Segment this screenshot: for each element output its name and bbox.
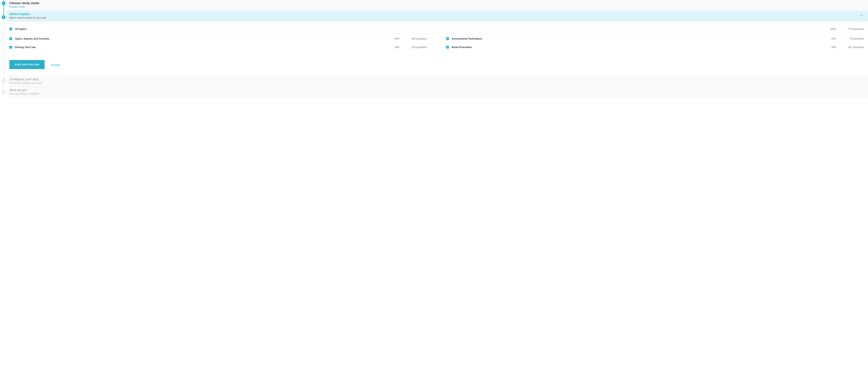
step-header[interactable]: Select topics Add or remove topics for y… [7,11,868,22]
check-icon [10,38,12,39]
check-icon [3,2,5,4]
chevron-right-icon [860,14,863,17]
topic-row: Instructional Techniques 10% 79 Question… [446,36,866,41]
go-back-link[interactable]: Go back [51,63,60,66]
save-and-follow-button[interactable]: SAVE AND FOLLOW [9,60,44,69]
step-marker-3: 3 [2,79,5,83]
step-title: Choose study mode [9,1,860,5]
step-marker-1 [2,1,5,5]
checkbox-all-topics[interactable] [9,28,12,30]
all-topics-row: All topics 100% 779 Questions [9,26,866,34]
quiz-wizard: Choose study mode Practice mode 2 Select… [0,0,868,98]
topic-percent: 16% [385,46,399,49]
topic-name: Road Procedure [452,45,820,49]
step-configure-quiz[interactable]: Configure your quiz It's time to configu… [7,76,868,87]
step-header[interactable]: Here we go! Your quiz setup is complete [7,87,868,97]
topic-percent: 34% [385,37,399,40]
checkbox-topic[interactable] [9,37,12,40]
topic-percent: 10% [822,37,836,40]
topic-percent: 100% [822,28,836,30]
topic-name: All topics [15,27,820,30]
topic-row: Driving Test Law 16% 128 Questions [9,44,429,50]
checkbox-topic[interactable] [446,37,449,40]
topic-count: 779 Questions [838,28,866,30]
chevron-down-icon [860,3,863,6]
checkbox-topic[interactable] [9,46,12,49]
topic-count: 79 Questions [838,37,866,40]
step-number: 4 [3,90,4,93]
step-title: Configure your quiz [9,77,863,81]
actions-row: SAVE AND FOLLOW Go back [9,60,866,69]
topic-count: 265 Questions [401,37,429,40]
step-marker-2: 2 [2,15,5,19]
step-number: 3 [3,80,4,82]
topic-percent: 39% [822,46,836,49]
step-title: Here we go! [9,88,863,92]
step-here-we-go[interactable]: Here we go! Your quiz setup is complete [7,87,868,98]
topic-name: Driving Test Law [15,45,384,49]
step-number: 2 [3,16,4,19]
topic-name: Instructional Techniques [452,37,820,40]
step-subtitle: Practice mode [9,5,860,8]
step-title: Select topics [9,12,860,16]
topic-row: Road Procedure 39% 307 Questions [446,44,866,50]
check-icon [447,46,448,48]
step-header[interactable]: Choose study mode Practice mode [7,0,868,10]
step-choose-mode[interactable]: Choose study mode Practice mode [7,0,868,11]
check-icon [10,28,12,30]
step-marker-4: 4 [2,90,5,94]
step-header[interactable]: Configure your quiz It's time to configu… [7,76,868,87]
checkbox-topic[interactable] [446,46,449,49]
step-select-topics: Select topics Add or remove topics for y… [7,11,868,76]
check-icon [447,38,448,39]
topic-count: 128 Questions [401,46,429,49]
step-subtitle: Your quiz setup is complete [9,92,863,95]
topics-grid: Signs, Signals and Controls 34% 265 Ques… [9,36,866,50]
topic-name: Signs, Signals and Controls [15,37,384,40]
step-subtitle: Add or remove topics for your quiz [9,16,860,19]
check-icon [10,46,12,48]
topic-count: 307 Questions [838,46,866,49]
step-body: All topics 100% 779 Questions Signs, Sig… [7,22,868,76]
topic-row: Signs, Signals and Controls 34% 265 Ques… [9,36,429,41]
step-subtitle: It's time to configure your quiz! [9,82,863,84]
